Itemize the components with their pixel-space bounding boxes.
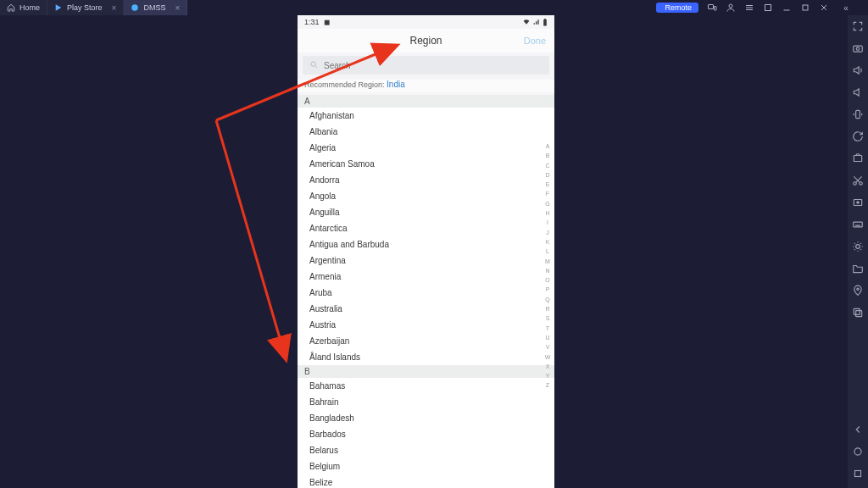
volume-icon[interactable] (852, 64, 864, 76)
region-item[interactable]: American Samoa (298, 156, 554, 172)
alpha-letter[interactable]: D (545, 171, 549, 180)
region-item[interactable]: Austria (298, 317, 554, 333)
expand-icon[interactable] (763, 3, 773, 13)
location-icon[interactable] (852, 285, 864, 297)
alpha-letter[interactable]: F (546, 190, 549, 198)
close-icon[interactable]: × (175, 3, 180, 13)
alpha-letter[interactable]: B (546, 152, 550, 160)
folder-icon[interactable] (852, 263, 864, 274)
camera-icon[interactable] (852, 42, 864, 54)
region-item[interactable]: Belarus (298, 442, 554, 458)
svg-rect-3 (715, 7, 717, 11)
nav-back-icon[interactable] (852, 424, 864, 435)
app-bar: Region Done (298, 29, 554, 53)
alpha-letter[interactable]: C (545, 162, 549, 170)
alpha-letter[interactable]: K (546, 238, 550, 247)
region-item[interactable]: Afghanistan (298, 108, 554, 124)
region-item[interactable]: Barbados (298, 426, 554, 442)
alpha-letter[interactable]: L (546, 247, 549, 256)
minimize-icon[interactable] (782, 3, 792, 13)
search-input[interactable] (324, 61, 542, 70)
svg-point-23 (857, 288, 859, 290)
rotate-icon[interactable] (852, 130, 864, 142)
alpha-letter[interactable]: Y (546, 372, 550, 380)
region-item[interactable]: Algeria (298, 140, 554, 156)
region-item[interactable]: Aruba (298, 285, 554, 301)
alpha-letter[interactable]: X (546, 363, 550, 371)
done-button[interactable]: Done (524, 36, 546, 46)
region-item[interactable]: Armenia (298, 269, 554, 285)
svg-point-22 (856, 245, 860, 249)
tab-home[interactable]: Home (0, 0, 47, 15)
alpha-letter[interactable]: R (545, 305, 549, 313)
svg-rect-8 (765, 5, 771, 11)
region-item[interactable]: Bahamas (298, 378, 554, 394)
maximize-icon[interactable] (800, 3, 810, 13)
region-item[interactable]: Belize (298, 474, 554, 488)
alpha-letter[interactable]: W (545, 353, 551, 362)
region-item[interactable]: Albania (298, 124, 554, 140)
svg-point-14 (856, 47, 860, 51)
region-item[interactable]: Åland Islands (298, 349, 554, 365)
menu-icon[interactable] (744, 3, 754, 13)
tab-playstore[interactable]: Play Store × (47, 0, 124, 15)
shake-icon[interactable] (852, 108, 864, 120)
region-item[interactable]: Anguilla (298, 204, 554, 220)
alpha-scroll-index[interactable]: ABCDEFGHIJKLMNOPQRSTUVWXYZ (543, 142, 552, 390)
region-item[interactable]: Antarctica (298, 220, 554, 236)
alpha-letter[interactable]: E (546, 180, 550, 189)
alpha-letter[interactable]: S (546, 314, 550, 323)
alpha-letter[interactable]: U (545, 334, 549, 342)
region-item[interactable]: Angola (298, 188, 554, 204)
alpha-letter[interactable]: P (546, 286, 550, 294)
alpha-letter[interactable]: Z (546, 381, 549, 390)
alpha-letter[interactable]: H (545, 209, 549, 218)
svg-point-20 (857, 202, 859, 203)
user-icon[interactable] (726, 3, 736, 13)
alpha-letter[interactable]: A (546, 142, 550, 151)
region-item[interactable]: Bangladesh (298, 410, 554, 426)
keyboard-icon[interactable] (852, 219, 864, 230)
alpha-letter[interactable]: O (545, 276, 549, 285)
fullscreen-icon[interactable] (852, 20, 864, 32)
region-list[interactable]: AAfghanistanAlbaniaAlgeriaAmerican Samoa… (298, 95, 554, 488)
remote-label: Remote (665, 3, 692, 12)
devices-icon[interactable] (707, 3, 717, 13)
svg-point-4 (729, 4, 732, 8)
close-window-icon[interactable] (819, 3, 829, 13)
volume-down-icon[interactable] (852, 86, 864, 98)
alpha-letter[interactable]: I (547, 219, 548, 227)
screenshot-icon[interactable] (852, 152, 864, 164)
svg-rect-15 (856, 110, 860, 118)
region-item[interactable]: Antigua and Barbuda (298, 236, 554, 252)
alpha-letter[interactable]: M (545, 258, 550, 266)
alpha-letter[interactable]: V (546, 343, 550, 352)
nav-home-icon[interactable] (852, 446, 864, 458)
region-item[interactable]: Argentina (298, 252, 554, 269)
alpha-letter[interactable]: Q (545, 296, 549, 304)
alpha-letter[interactable]: G (545, 200, 549, 208)
alpha-letter[interactable]: J (546, 229, 549, 237)
signal-icon (533, 19, 540, 25)
brightness-icon[interactable] (852, 241, 864, 252)
collapse-right-icon[interactable]: « (841, 3, 851, 13)
close-icon[interactable]: × (112, 3, 117, 13)
search-field[interactable] (303, 56, 549, 75)
cut-icon[interactable] (852, 175, 864, 186)
region-item[interactable]: Andorra (298, 172, 554, 188)
alpha-letter[interactable]: N (545, 267, 549, 275)
region-item[interactable]: Australia (298, 301, 554, 317)
alpha-letter[interactable]: T (546, 324, 549, 333)
section-header: A (298, 95, 554, 108)
region-item[interactable]: Bahrain (298, 394, 554, 410)
region-item[interactable]: Belgium (298, 458, 554, 474)
region-item[interactable]: Azerbaijan (298, 333, 554, 349)
recommended-link[interactable]: India (387, 80, 405, 89)
record-icon[interactable] (852, 197, 864, 208)
remote-button[interactable]: Remote (656, 3, 698, 13)
copy-icon[interactable] (852, 307, 864, 319)
nav-recent-icon[interactable] (852, 468, 864, 480)
svg-rect-16 (854, 156, 861, 162)
tab-dmss[interactable]: DMSS × (124, 0, 187, 15)
tab-label: Play Store (67, 3, 103, 12)
